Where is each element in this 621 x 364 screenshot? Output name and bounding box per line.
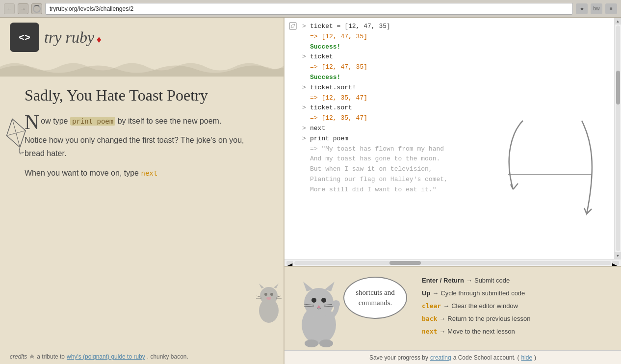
- wavy-divider: [0, 57, 284, 77]
- shortcut-key-clear: clear: [422, 300, 441, 312]
- shortcut-desc-2: Cycle through submitted code: [440, 287, 525, 300]
- svg-point-4: [260, 287, 278, 305]
- svg-point-26: [332, 300, 340, 308]
- svg-marker-17: [303, 282, 313, 291]
- back-button[interactable]: ←: [4, 3, 15, 14]
- paragraph-2: Notice how you only changed the first to…: [25, 133, 259, 160]
- speech-bubble: shortcuts and commands.: [343, 277, 407, 319]
- svg-point-16: [304, 288, 334, 317]
- credits-link[interactable]: why's (poignant) guide to ruby: [67, 353, 145, 360]
- cat-area: shortcuts and commands.: [285, 267, 412, 364]
- para1-before: ow type: [41, 117, 70, 125]
- logo-label: <>: [19, 32, 30, 43]
- cat-decoration-left: [254, 284, 284, 335]
- scroll-track[interactable]: [616, 26, 620, 251]
- left-header: <> try ruby ♦: [0, 18, 284, 57]
- forward-button[interactable]: →: [18, 3, 28, 14]
- terminal-line: > print poem: [302, 134, 613, 144]
- shortcut-arrow-5: →: [439, 325, 445, 338]
- shortcuts-panel: Enter / Return → Submit code Up → Cycle …: [412, 267, 621, 364]
- page-title: Sadly, You Hate Toast Poetry: [25, 86, 259, 104]
- code-print-poem: print poem: [70, 117, 115, 126]
- hide-link[interactable]: hide: [521, 354, 532, 361]
- terminal-line: Success!: [302, 73, 613, 83]
- url-text: tryruby.org/levels/3/challenges/2: [50, 5, 133, 12]
- terminal-line: > ticket = [12, 47, 35]: [302, 22, 613, 32]
- shortcut-desc-4: Return to the previous lesson: [447, 312, 530, 325]
- shortcut-next: next → Move to the next lesson: [422, 325, 611, 338]
- site-title: try ruby ♦: [44, 28, 102, 47]
- terminal-line: => "My toast has flown from my hand: [302, 144, 613, 155]
- terminal-line: => [12, 47, 35]: [302, 62, 613, 73]
- scroll-down-button[interactable]: ▼: [615, 252, 621, 259]
- shortcut-desc-3: Clear the editor window: [451, 300, 518, 312]
- shortcut-enter: Enter / Return → Submit code: [422, 274, 611, 287]
- hscroll-left[interactable]: ◀: [286, 261, 293, 265]
- shortcut-key-up: Up: [422, 287, 430, 300]
- credits-text-after: . chunky bacon.: [147, 353, 188, 360]
- hscroll-right[interactable]: ▶: [612, 261, 619, 265]
- shortcut-arrow-4: →: [439, 312, 445, 325]
- ruby-gem-icon: ♦: [97, 34, 102, 45]
- save-text-before: Save your progress by: [369, 354, 428, 361]
- bw-label: bw: [594, 6, 600, 11]
- bubble-text: shortcuts and commands.: [356, 288, 395, 307]
- refresh-button[interactable]: [31, 3, 42, 14]
- terminal-line: => [12, 35, 47]: [302, 93, 613, 104]
- shortcut-arrow-3: →: [443, 300, 449, 312]
- svg-point-8: [270, 293, 273, 296]
- scroll-thumb[interactable]: [616, 71, 620, 104]
- terminal-area[interactable]: > ticket = [12, 47, 35] => [12, 47, 35] …: [285, 18, 621, 259]
- terminal-line: > ticket.sort: [302, 103, 613, 113]
- terminal-lines: > ticket = [12, 47, 35] => [12, 47, 35] …: [285, 18, 621, 199]
- vertical-scrollbar[interactable]: ▲ ▼: [614, 18, 621, 259]
- shortcut-back: back → Return to the previous lesson: [422, 312, 611, 325]
- hscroll-thumb[interactable]: [389, 261, 421, 265]
- logo-diamond: <>: [10, 23, 39, 52]
- paragraph-3: When you want to move on, type next: [25, 166, 259, 180]
- svg-point-20: [321, 298, 326, 303]
- right-panel: > ticket = [12, 47, 35] => [12, 47, 35] …: [285, 18, 621, 364]
- address-bar[interactable]: tryruby.org/levels/3/challenges/2: [45, 3, 573, 15]
- try-ruby-text: try ruby: [44, 28, 94, 46]
- svg-marker-18: [325, 282, 335, 291]
- shortcut-desc-1: Submit code: [474, 274, 510, 287]
- save-text-after: ): [534, 354, 536, 361]
- svg-marker-6: [274, 284, 279, 288]
- credits-icon: [29, 354, 35, 360]
- svg-point-28: [319, 339, 333, 347]
- svg-rect-14: [289, 23, 296, 29]
- para3-before: When you want to move on, type: [25, 169, 141, 177]
- svg-marker-5: [259, 284, 264, 288]
- creating-link[interactable]: creating: [430, 354, 451, 361]
- browser-chrome: ← → tryruby.org/levels/3/challenges/2 ★ …: [0, 0, 621, 18]
- shortcut-arrow-2: →: [432, 287, 439, 300]
- shortcut-key-next: next: [422, 325, 437, 338]
- horizontal-scrollbar[interactable]: ◀ ▶: [285, 259, 621, 266]
- svg-line-2: [6, 130, 26, 135]
- shortcut-desc-5: Move to the next lesson: [447, 325, 515, 338]
- para1-after: by itself to see the new poem.: [118, 117, 222, 125]
- inline-next-code: next: [141, 169, 157, 177]
- credits-label: credits: [10, 353, 27, 360]
- terminal-line: Success!: [302, 42, 613, 52]
- hscroll-track[interactable]: [294, 261, 611, 265]
- save-bar: Save your progress by creating a Code Sc…: [285, 350, 621, 364]
- page-body: N ow type print poem by itself to see th…: [25, 114, 259, 180]
- shortcut-arrow-1: →: [466, 274, 472, 287]
- terminal-line: And my toast has gone to the moon.: [302, 154, 613, 164]
- credits-text-before: a tribute to: [37, 353, 65, 360]
- scroll-up-button[interactable]: ▲: [615, 18, 621, 25]
- shortcut-clear: clear → Clear the editor window: [422, 300, 611, 312]
- terminal-line: > next: [302, 124, 613, 134]
- bookmark-icon[interactable]: ★: [576, 3, 588, 14]
- save-text-middle: a Code School account. (: [453, 354, 519, 361]
- terminal-line: => [12, 47, 35]: [302, 32, 613, 42]
- main-content: <> try ruby ♦ Sadly, You Hate T: [0, 18, 621, 364]
- shortcut-up: Up → Cycle through submitted code: [422, 287, 611, 300]
- bw-icon[interactable]: bw: [591, 3, 602, 14]
- cat-figure: [289, 271, 348, 349]
- terminal-edit-icon[interactable]: [288, 22, 299, 32]
- menu-icon[interactable]: ≡: [605, 3, 617, 14]
- bottom-panel: shortcuts and commands. Enter / Return →…: [285, 266, 621, 364]
